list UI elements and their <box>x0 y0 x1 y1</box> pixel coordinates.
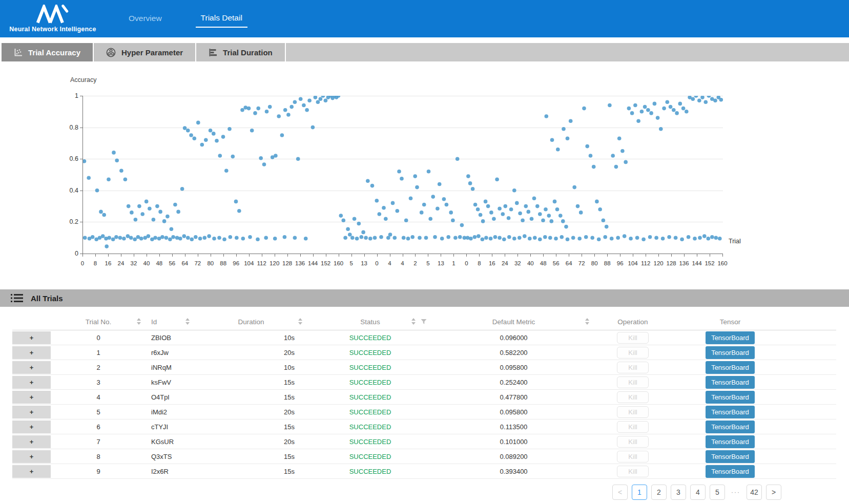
expand-row-button[interactable]: + <box>12 361 51 374</box>
next-page-button[interactable]: > <box>766 485 781 500</box>
cell-tensor: TensorBoard <box>671 390 789 404</box>
x-tick-mark <box>147 254 147 257</box>
prev-page-button[interactable]: < <box>612 485 628 500</box>
kill-button[interactable]: Kill <box>617 451 649 463</box>
x-tick-mark <box>505 254 505 257</box>
expand-row-button[interactable]: + <box>12 376 51 389</box>
filter-icon[interactable] <box>421 319 427 325</box>
tensorboard-button[interactable]: TensorBoard <box>706 391 755 404</box>
page-button-42[interactable]: 42 <box>747 485 762 500</box>
column-header-no[interactable]: Trial No. <box>51 313 146 330</box>
nav-tab-overview[interactable]: Overview <box>123 11 167 27</box>
x-tick-mark <box>351 254 352 257</box>
top-bar: Neural Network Intelligence OverviewTria… <box>0 0 849 37</box>
expand-row-button[interactable]: + <box>12 435 51 448</box>
tensorboard-button[interactable]: TensorBoard <box>706 361 755 374</box>
nav-tab-trials-detail[interactable]: Trials Detail <box>196 10 247 28</box>
x-tick-label: 72 <box>578 260 585 266</box>
x-tick-label: 104 <box>244 260 254 266</box>
expand-row-button[interactable]: + <box>12 331 51 344</box>
tensorboard-button[interactable]: TensorBoard <box>706 450 755 463</box>
tensorboard-button[interactable]: TensorBoard <box>706 346 755 359</box>
x-tick-label: 56 <box>553 260 560 266</box>
expand-row-button[interactable]: + <box>12 421 51 433</box>
x-tick-label: 13 <box>438 260 444 266</box>
tab-trial-duration[interactable]: Trial Duration <box>196 43 285 61</box>
kill-button[interactable]: Kill <box>617 466 649 477</box>
y-tick-label: 0.8 <box>63 124 78 131</box>
kill-button[interactable]: Kill <box>617 362 649 373</box>
kill-button[interactable]: Kill <box>617 436 649 448</box>
expand-row-button[interactable]: + <box>12 346 51 359</box>
cell-id: ZBIOB <box>146 330 195 345</box>
kill-button[interactable]: Kill <box>617 347 649 359</box>
pagination: <12345···42> <box>612 485 781 500</box>
expand-row-button[interactable]: + <box>12 406 51 418</box>
sort-icon[interactable] <box>185 318 190 325</box>
column-header-metric[interactable]: Default Metric <box>433 313 594 330</box>
cell-trial-no: 1 <box>51 345 146 360</box>
page-button-3[interactable]: 3 <box>671 485 686 500</box>
x-tick-mark <box>607 254 608 257</box>
column-header-status[interactable]: Status <box>307 313 433 330</box>
column-header-id[interactable]: Id <box>146 313 195 330</box>
cell-duration: 15s <box>195 449 307 464</box>
expander-cell: + <box>12 375 51 389</box>
tensorboard-button[interactable]: TensorBoard <box>706 435 755 448</box>
table-row: +7KGsUR20sSUCCEEDED0.101000KillTensorBoa… <box>12 434 836 449</box>
plot-area[interactable] <box>82 96 723 254</box>
page-button-2[interactable]: 2 <box>651 485 667 500</box>
tensorboard-button[interactable]: TensorBoard <box>706 406 755 418</box>
kill-button[interactable]: Kill <box>617 391 649 403</box>
x-tick-label: 144 <box>692 260 701 266</box>
x-tick-label: 96 <box>233 260 239 266</box>
table-row: +6cTYJI15sSUCCEEDED0.113500KillTensorBoa… <box>12 419 836 434</box>
x-tick-mark <box>697 254 697 257</box>
tensorboard-button[interactable]: TensorBoard <box>706 465 755 478</box>
sort-icon[interactable] <box>411 318 416 325</box>
chart-y-axis-title: Accuracy <box>70 76 96 83</box>
tensorboard-button[interactable]: TensorBoard <box>706 421 755 433</box>
x-tick-mark <box>108 254 109 257</box>
cell-tensor: TensorBoard <box>671 405 789 419</box>
cell-trial-no: 5 <box>51 405 146 419</box>
page-button-1[interactable]: 1 <box>632 485 647 500</box>
table-row: +3ksFwV15sSUCCEEDED0.252400KillTensorBoa… <box>12 375 836 390</box>
page-button-4[interactable]: 4 <box>690 485 706 500</box>
expand-row-button[interactable]: + <box>12 391 51 404</box>
x-tick-label: 48 <box>540 260 547 266</box>
page-button-5[interactable]: 5 <box>710 485 725 500</box>
x-tick-label: 88 <box>220 260 226 266</box>
expander-cell: + <box>12 464 51 478</box>
tab-hyper-parameter[interactable]: Hyper Parameter <box>94 43 195 61</box>
x-tick-label: 80 <box>591 260 598 266</box>
kill-button[interactable]: Kill <box>617 421 649 433</box>
sort-icon[interactable] <box>137 318 141 325</box>
cell-default-metric: 0.252400 <box>433 375 594 389</box>
cell-operation: Kill <box>594 449 671 464</box>
table-row: +2iNRqM10sSUCCEEDED0.095800KillTensorBoa… <box>12 360 836 375</box>
cell-operation: Kill <box>594 345 671 360</box>
x-tick-mark <box>134 254 134 257</box>
cell-id: ksFwV <box>146 375 195 389</box>
tab-trial-accuracy[interactable]: Trial Accuracy <box>2 43 93 61</box>
x-tick-mark <box>313 254 314 257</box>
expand-row-button[interactable]: + <box>12 465 51 478</box>
x-tick-label: 4 <box>388 260 391 266</box>
cell-duration: 15s <box>195 375 307 389</box>
x-tick-label: 160 <box>334 260 343 266</box>
column-header-duration[interactable]: Duration <box>195 313 307 330</box>
cell-spacer <box>789 330 836 345</box>
tab-label: Trial Accuracy <box>28 48 80 57</box>
tensorboard-button[interactable]: TensorBoard <box>706 376 755 389</box>
kill-button[interactable]: Kill <box>617 332 649 344</box>
kill-button[interactable]: Kill <box>617 406 649 418</box>
kill-button[interactable]: Kill <box>617 376 649 388</box>
sort-icon[interactable] <box>298 318 302 325</box>
tensorboard-button[interactable]: TensorBoard <box>706 331 755 344</box>
x-tick-label: 48 <box>156 260 162 266</box>
x-tick-mark <box>582 254 582 257</box>
sort-icon[interactable] <box>585 318 589 325</box>
cell-status: SUCCEEDED <box>307 345 433 360</box>
expand-row-button[interactable]: + <box>12 450 51 463</box>
